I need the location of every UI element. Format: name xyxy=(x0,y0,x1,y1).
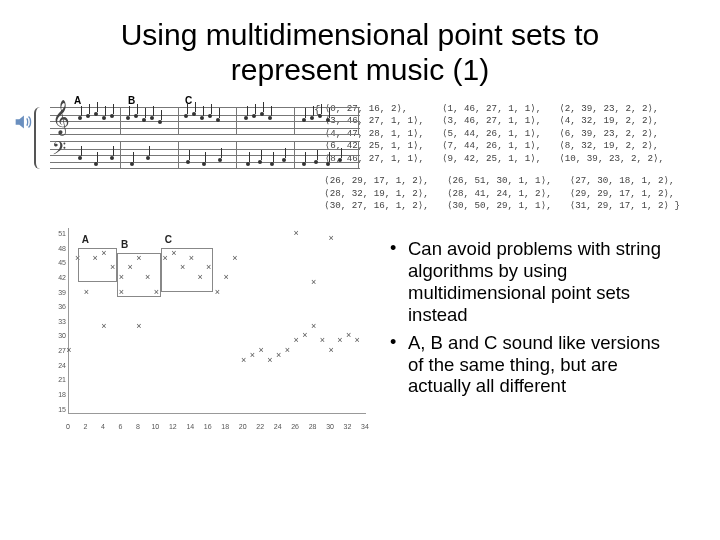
note-stem xyxy=(137,104,138,114)
note-stem xyxy=(129,106,130,116)
motif-label-a: A xyxy=(74,95,81,106)
grand-staff-brace xyxy=(34,107,40,169)
note-stem xyxy=(187,104,188,114)
note-stem xyxy=(305,108,306,118)
y-tick: 30 xyxy=(40,332,66,339)
note-head xyxy=(146,156,150,160)
data-point: × xyxy=(293,336,298,345)
x-tick: 28 xyxy=(309,423,317,430)
y-tick: 39 xyxy=(40,288,66,295)
note-stem xyxy=(203,106,204,116)
x-tick: 24 xyxy=(274,423,282,430)
x-tick: 30 xyxy=(326,423,334,430)
note-stem xyxy=(133,152,134,162)
x-tick: 26 xyxy=(291,423,299,430)
bass-staff: 𝄢 [[28,14],[44,20],[60,14],[80,20],[96,1… xyxy=(50,141,360,169)
region-box xyxy=(78,248,117,282)
note-stem xyxy=(317,150,318,160)
note-head xyxy=(208,114,212,118)
region-label: B xyxy=(121,239,128,250)
note-head xyxy=(192,112,196,116)
bullet-2: A, B and C sound like versions of the sa… xyxy=(388,332,680,397)
data-point: × xyxy=(232,253,237,262)
x-tick: 10 xyxy=(151,423,159,430)
data-point: × xyxy=(328,234,333,243)
note-head xyxy=(134,114,138,118)
x-tick: 12 xyxy=(169,423,177,430)
x-tick: 16 xyxy=(204,423,212,430)
y-tick: 27 xyxy=(40,347,66,354)
note-head xyxy=(202,162,206,166)
treble-staff: 𝄞 [[28,8],[36,6],[44,4],[52,8],[60,6],[7… xyxy=(50,107,360,135)
region-box xyxy=(161,248,213,292)
data-point: × xyxy=(84,287,89,296)
x-tick: 22 xyxy=(256,423,264,430)
note-head xyxy=(302,118,306,122)
note-stem xyxy=(261,150,262,160)
x-tick: 6 xyxy=(118,423,122,430)
x-tick: 32 xyxy=(344,423,352,430)
note-stem xyxy=(205,152,206,162)
note-stem xyxy=(255,104,256,114)
x-tick: 2 xyxy=(84,423,88,430)
note-stem xyxy=(81,106,82,116)
note-head xyxy=(326,118,330,122)
note-head xyxy=(186,160,190,164)
note-stem xyxy=(321,104,322,114)
tuples-group-2: ⟨26, 29, 17, 1, 2⟩, ⟨28, 32, 19, 1, 2⟩, … xyxy=(314,175,680,212)
region-label: A xyxy=(82,234,89,245)
data-point: × xyxy=(337,336,342,345)
row-score-and-tuples: A B C 𝄞 [[28,8],[36,6],[44,4],[52,8],[60… xyxy=(40,101,680,212)
note-stem xyxy=(211,104,212,114)
note-stem xyxy=(341,148,342,158)
data-point: × xyxy=(302,331,307,340)
note-stem xyxy=(271,106,272,116)
note-head xyxy=(142,118,146,122)
note-stem xyxy=(285,148,286,158)
data-point: × xyxy=(250,350,255,359)
note-head xyxy=(246,162,250,166)
note-head xyxy=(158,120,162,124)
note-head xyxy=(102,116,106,120)
note-stem xyxy=(219,108,220,118)
y-tick: 21 xyxy=(40,376,66,383)
note-stem xyxy=(105,106,106,116)
data-point: × xyxy=(267,355,272,364)
note-stem xyxy=(149,146,150,156)
note-stem xyxy=(221,148,222,158)
note-head xyxy=(86,114,90,118)
row-scatter-and-bullets: ××××××××××××××××××××××××××××××××××××××××… xyxy=(40,224,680,434)
data-point: × xyxy=(346,331,351,340)
note-stem xyxy=(249,152,250,162)
note-head xyxy=(244,116,248,120)
data-point: × xyxy=(311,321,316,330)
data-point: × xyxy=(101,321,106,330)
data-point: × xyxy=(259,346,264,355)
note-head xyxy=(258,160,262,164)
note-head xyxy=(200,116,204,120)
grand-staff: A B C 𝄞 [[28,8],[36,6],[44,4],[52,8],[60… xyxy=(50,107,360,169)
data-point: × xyxy=(66,346,71,355)
note-stem xyxy=(247,106,248,116)
x-tick: 4 xyxy=(101,423,105,430)
note-head xyxy=(110,156,114,160)
speaker-icon xyxy=(12,111,34,133)
region-box xyxy=(117,253,161,297)
data-point: × xyxy=(241,355,246,364)
y-tick: 42 xyxy=(40,274,66,281)
note-stem xyxy=(145,108,146,118)
note-stem xyxy=(195,102,196,112)
tuples-g2-col3: ⟨27, 30, 18, 1, 2⟩, ⟨29, 29, 17, 1, 2⟩, … xyxy=(570,175,680,212)
note-stem xyxy=(97,102,98,112)
scatter-plot: ××××××××××××××××××××××××××××××××××××××××… xyxy=(40,224,370,434)
note-head xyxy=(318,114,322,118)
point-tuples: { ⟨0, 27, 16, 2⟩, ⟨3, 46, 27, 1, 1⟩, ⟨4,… xyxy=(314,101,680,212)
x-tick: 20 xyxy=(239,423,247,430)
note-head xyxy=(314,160,318,164)
x-tick: 34 xyxy=(361,423,369,430)
note-stem xyxy=(329,108,330,118)
motif-label-b: B xyxy=(128,95,135,106)
note-stem xyxy=(153,106,154,116)
note-head xyxy=(310,116,314,120)
x-tick: 14 xyxy=(186,423,194,430)
